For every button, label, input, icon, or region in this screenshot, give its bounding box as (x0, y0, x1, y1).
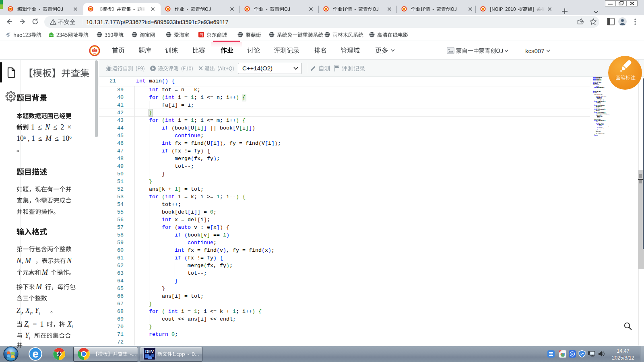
svg-text:e: e (32, 348, 38, 360)
svg-text:K: K (571, 352, 574, 356)
svg-text:2345: 2345 (48, 34, 54, 37)
svg-text:DEV: DEV (145, 349, 154, 354)
